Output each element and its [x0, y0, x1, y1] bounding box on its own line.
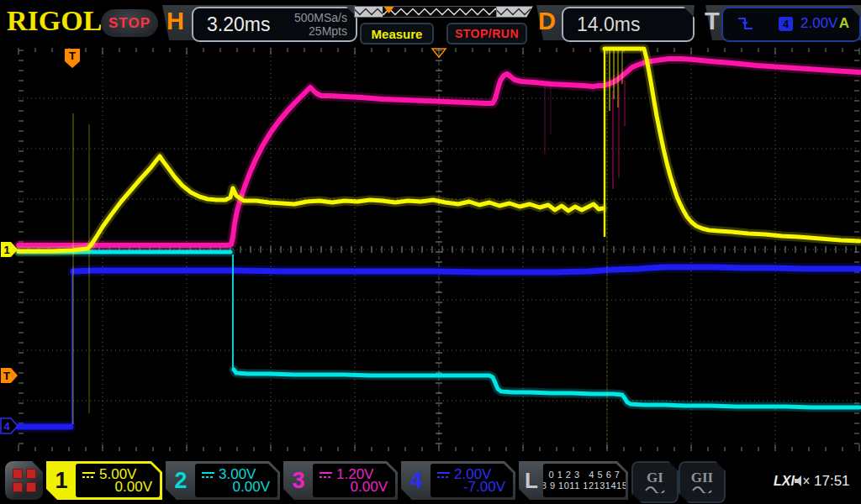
dc-coupling-icon — [319, 471, 333, 479]
dc-coupling-icon — [436, 471, 451, 479]
svg-text:1: 1 — [3, 244, 9, 256]
logic-row-1: 0 1 2 3 4 5 6 7 — [549, 470, 621, 480]
marker-trigger-time[interactable]: T — [65, 49, 80, 68]
generator-1-label: GI — [647, 471, 663, 484]
channel-2-box[interactable]: 2 3.00V 0.00V — [166, 461, 280, 500]
svg-text:T: T — [3, 370, 10, 382]
channel-4-box[interactable]: 4 2.00V -7.00V — [401, 461, 515, 500]
menu-button[interactable] — [5, 461, 43, 500]
oscilloscope-screen: RIGOL STOP H 3.20ms 500MSa/s 25Mpts Meas… — [0, 0, 861, 504]
channel-1-box[interactable]: 1 5.00V 0.00V — [46, 461, 162, 500]
sine-wave-icon — [644, 484, 666, 493]
waveform-display: 1T4T — [0, 0, 861, 504]
dc-coupling-icon — [201, 471, 215, 479]
marker-4[interactable]: 4 — [1, 418, 18, 433]
generator-2-label: GII — [691, 471, 713, 484]
marker-T[interactable]: T — [1, 368, 18, 383]
channel-3-box[interactable]: 3 1.20V 0.00V — [283, 461, 398, 500]
dc-coupling-icon — [82, 471, 96, 479]
speaker-muted-icon — [794, 474, 811, 488]
sine-wave-icon — [691, 484, 713, 493]
channel-1-offset: 0.00V — [115, 479, 152, 496]
channel-3-offset: 0.00V — [351, 479, 388, 496]
svg-text:T: T — [69, 50, 76, 62]
lxi-status: LXI — [774, 474, 795, 489]
svg-text:4: 4 — [3, 420, 10, 433]
logic-row-2: 8 9 1011 12131415 — [541, 480, 628, 491]
menu-grid-icon — [13, 469, 36, 492]
logic-channels-box[interactable]: L 0 1 2 3 4 5 6 7 8 9 1011 12131415 — [519, 461, 628, 500]
generator-1-button[interactable]: GI — [631, 461, 679, 503]
clock: 17:51 — [814, 473, 850, 490]
channel-2-offset: 0.00V — [233, 479, 270, 496]
channel-4-offset: -7.00V — [463, 479, 505, 496]
generator-2-button[interactable]: GII — [679, 461, 726, 503]
